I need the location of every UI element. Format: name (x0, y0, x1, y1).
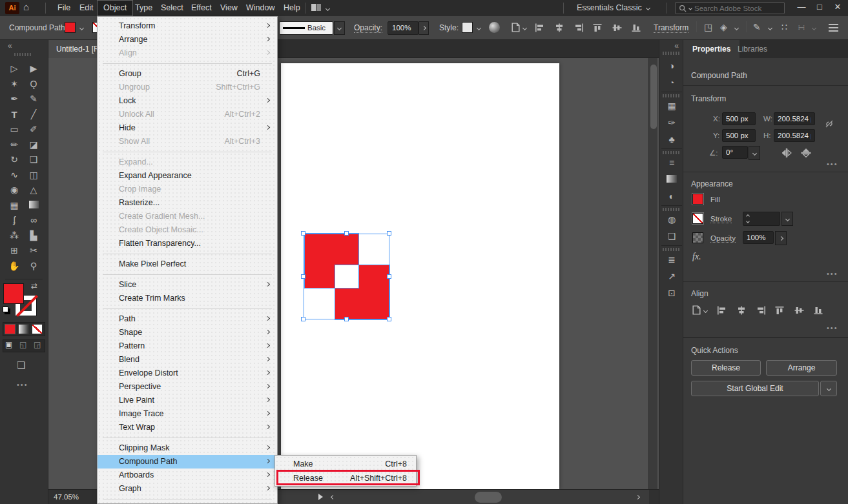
opacity-field[interactable]: 100% (388, 21, 419, 35)
more-transform-options[interactable]: ••• (827, 160, 838, 168)
selection-handle-sw[interactable] (301, 317, 305, 321)
stroke-panel-icon[interactable]: ≡ (665, 156, 679, 169)
opacity-expand-button[interactable] (775, 231, 787, 245)
menu-item-compound-path[interactable]: Compound Path (98, 455, 277, 469)
symbols-panel-icon[interactable]: ♣ (665, 133, 679, 146)
recolor-artwork-icon[interactable] (489, 22, 500, 33)
align-bottom-icon[interactable] (632, 23, 642, 32)
color-mode-button[interactable] (5, 324, 16, 334)
screen-mode-icon[interactable]: ❏ (17, 359, 25, 371)
artboards-panel-icon[interactable]: ⊡ (665, 287, 679, 299)
menu-item-slice[interactable]: Slice (98, 278, 277, 292)
menu-item-perspective[interactable]: Perspective (98, 380, 277, 394)
menu-item-live-paint[interactable]: Live Paint (98, 394, 277, 407)
search-input[interactable] (694, 5, 772, 12)
menu-item-hide[interactable]: Hide (98, 121, 277, 135)
rotate-angle-dropdown[interactable] (749, 146, 760, 160)
w-field[interactable] (774, 112, 815, 125)
blend-tool[interactable]: ∞ (24, 213, 43, 228)
select-similar-icon[interactable]: ◈ (720, 22, 727, 32)
dock-grip[interactable] (663, 208, 681, 211)
zoom-level[interactable]: 47.05% (54, 493, 79, 501)
y-field[interactable] (722, 129, 756, 142)
align-left-icon[interactable] (717, 306, 727, 315)
stepper-down-icon[interactable] (746, 219, 750, 223)
opacity-value-field[interactable] (743, 231, 774, 244)
menu-item-artboards[interactable]: Artboards (98, 469, 277, 482)
stroke-swatch[interactable] (692, 213, 703, 224)
selection-handle-s[interactable] (344, 317, 349, 321)
menu-item-envelope-distort[interactable]: Envelope Distort (98, 367, 277, 380)
mesh-tool[interactable]: ▦ (5, 198, 24, 213)
selected-compound-path[interactable] (304, 234, 389, 319)
menu-item-arrange[interactable]: Arrange (98, 33, 277, 46)
default-fill-stroke-icon[interactable] (3, 307, 8, 312)
collapse-dock-icon[interactable]: « (674, 41, 679, 50)
h-field[interactable] (774, 129, 815, 142)
submenu-item-make[interactable]: MakeCtrl+8 (275, 457, 416, 471)
dock-grip[interactable] (663, 52, 681, 55)
slice-tool[interactable]: ✂ (24, 243, 43, 258)
stroke-weight-stepper[interactable] (743, 212, 780, 226)
brushes-panel-icon[interactable]: ✑ (665, 116, 679, 129)
maximize-button[interactable]: □ (811, 0, 829, 14)
rectangle-tool[interactable]: ▭ (5, 122, 24, 137)
pen-tool[interactable]: ✒ (5, 92, 24, 106)
opacity-expand-button[interactable] (419, 21, 429, 35)
menu-file[interactable]: File (52, 0, 76, 16)
align-center-horizontal-icon[interactable] (736, 306, 747, 315)
shaper-tool[interactable]: ✏ (5, 137, 24, 152)
fx-button[interactable]: fx. (692, 252, 701, 262)
next-artboard-icon[interactable] (318, 494, 323, 500)
close-button[interactable]: ✕ (829, 0, 847, 14)
menu-item-transform[interactable]: Transform (98, 19, 277, 33)
compound-path-hole[interactable] (335, 265, 358, 288)
align-center-horizontal-icon[interactable] (554, 23, 564, 32)
perspective-grid-tool[interactable]: △ (24, 183, 43, 197)
type-tool[interactable]: T (5, 107, 24, 122)
appearance-panel-icon[interactable]: ◍ (665, 213, 679, 226)
menu-select[interactable]: Select (155, 0, 189, 16)
eraser-tool[interactable]: ◪ (24, 137, 43, 152)
magic-wand-tool[interactable]: ✶ (5, 77, 24, 92)
graphic-styles-panel-icon[interactable]: ❏ (665, 230, 679, 243)
more-align-options[interactable]: ••• (827, 324, 838, 332)
lasso-tool[interactable]: Ǫ (24, 77, 43, 92)
draw-normal-icon[interactable]: ▣ (5, 340, 12, 349)
selection-handle-n[interactable] (344, 231, 349, 236)
selection-handle-se[interactable] (387, 317, 391, 321)
align-right-icon[interactable] (756, 306, 766, 315)
menu-type[interactable]: Type (129, 0, 158, 16)
direct-selection-tool[interactable]: ▷ (5, 61, 24, 76)
scale-tool[interactable]: ❏ (24, 152, 43, 167)
menu-item-create-trim-marks[interactable]: Create Trim Marks (98, 292, 277, 305)
layers-panel-icon[interactable]: ≣ (665, 253, 679, 266)
start-global-edit-button[interactable]: Start Global Edit (691, 381, 819, 396)
menu-item-lock[interactable]: Lock (98, 94, 277, 108)
arrange-documents-icon[interactable] (311, 4, 329, 13)
gradient-panel-icon[interactable] (665, 173, 679, 186)
distribute-icon[interactable]: ∷ (781, 22, 787, 32)
menu-window[interactable]: Window (240, 0, 280, 16)
align-to-selector-icon[interactable] (691, 305, 702, 316)
menu-item-text-wrap[interactable]: Text Wrap (98, 421, 277, 434)
opacity-link-label[interactable]: Opacity (710, 234, 736, 243)
stroke-style-dropdown[interactable] (334, 21, 345, 35)
menu-item-path[interactable]: Path (98, 312, 277, 326)
eyedropper-tool[interactable]: ʄ (5, 213, 24, 228)
stroke-label[interactable]: Stroke (710, 215, 732, 223)
free-transform-tool[interactable]: ◫ (24, 168, 43, 183)
scroll-left-icon[interactable] (331, 495, 335, 499)
align-top-icon[interactable] (593, 23, 603, 32)
tab-libraries[interactable]: Libraries (729, 40, 776, 58)
isolate-selection-icon[interactable]: ✎ (753, 22, 761, 32)
transparency-panel-icon[interactable]: ◐ (665, 190, 679, 203)
export-panel-icon[interactable]: ↗ (665, 270, 679, 283)
transform-panel-link[interactable]: Transform (654, 23, 688, 33)
menu-item-shape[interactable]: Shape (98, 326, 277, 339)
more-appearance-options[interactable]: ••• (827, 270, 838, 277)
menu-item-expand-appearance[interactable]: Expand Appearance (98, 169, 277, 183)
panel-menu-icon[interactable] (829, 24, 838, 25)
fill-color-swatch[interactable] (65, 22, 76, 33)
shape-builder-tool[interactable]: ◉ (5, 183, 24, 197)
